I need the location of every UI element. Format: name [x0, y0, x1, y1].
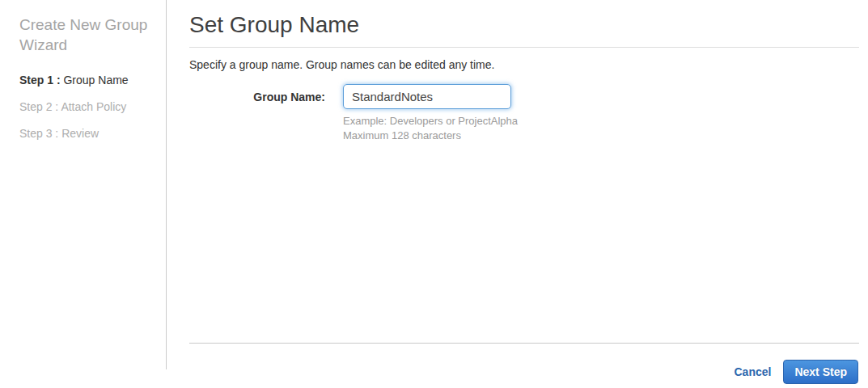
group-name-hint-example: Example: Developers or ProjectAlpha	[343, 114, 518, 129]
create-group-wizard-page: Create New Group Wizard Step 1 : Group N…	[0, 0, 868, 388]
sidebar-step-group-name[interactable]: Step 1 : Group Name	[19, 74, 151, 86]
footer-divider	[189, 343, 859, 344]
step-2-label: Attach Policy	[61, 100, 126, 113]
step-1-label: Group Name	[63, 74, 128, 86]
sidebar-step-review[interactable]: Step 3 : Review	[19, 128, 151, 139]
group-name-field: Example: Developers or ProjectAlpha Maxi…	[343, 84, 518, 143]
group-name-label: Group Name:	[189, 84, 325, 143]
step-1-prefix: Step 1 :	[19, 74, 61, 86]
wizard-title: Create New Group Wizard	[19, 15, 151, 55]
step-3-label: Review	[61, 127, 99, 140]
step-2-prefix: Step 2 :	[19, 100, 58, 113]
page-title: Set Group Name	[189, 11, 859, 48]
cancel-button[interactable]: Cancel	[735, 365, 772, 378]
next-step-button[interactable]: Next Step	[783, 360, 858, 384]
step-3-prefix: Step 3 :	[19, 127, 58, 140]
wizard-sidebar: Create New Group Wizard Step 1 : Group N…	[0, 0, 167, 369]
wizard-main-panel: Set Group Name Specify a group name. Gro…	[189, 0, 859, 388]
footer-actions: Cancel Next Step	[735, 360, 859, 384]
sidebar-step-attach-policy[interactable]: Step 2 : Attach Policy	[19, 101, 151, 112]
group-name-input[interactable]	[343, 84, 511, 109]
page-description: Specify a group name. Group names can be…	[189, 58, 859, 71]
group-name-hint-max: Maximum 128 characters	[343, 129, 518, 143]
group-name-form-row: Group Name: Example: Developers or Proje…	[189, 84, 859, 143]
